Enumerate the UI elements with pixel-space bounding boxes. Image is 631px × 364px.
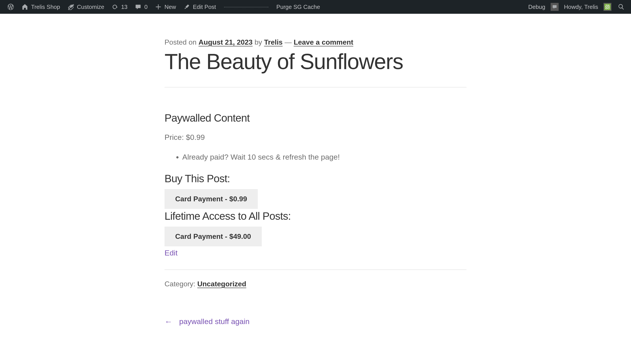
account-link[interactable]: Howdy, Trelis [560,0,615,14]
category-label: Category: [164,280,198,288]
search-underline[interactable] [224,6,268,7]
category-text: Category: Uncategorized [164,280,466,288]
edit-post-link[interactable]: Edit Post [180,0,220,14]
updates-icon [111,3,118,10]
title-divider [164,87,466,88]
already-paid-text: Already paid? Wait 10 secs & refresh the… [182,153,466,161]
admin-bar-left: Trelis Shop Customize 13 0 New [4,0,324,14]
notification-link[interactable] [549,0,560,14]
avatar [604,3,612,11]
purge-cache-label: Purge SG Cache [276,4,320,10]
wordpress-icon [7,3,14,10]
admin-bar: Trelis Shop Customize 13 0 New [0,0,631,14]
edit-icon [183,3,190,10]
lifetime-button[interactable]: Card Payment - $49.00 [164,226,262,246]
comments-icon [134,3,142,10]
search-button[interactable] [615,0,628,14]
debug-label: Debug [528,4,545,10]
new-link[interactable]: New [151,0,180,14]
paywall-heading: Paywalled Content [164,112,466,124]
price-text: Price: $0.99 [164,133,466,142]
info-list: Already paid? Wait 10 secs & refresh the… [182,153,466,161]
arrow-left-icon: ← [164,317,172,326]
buy-post-button[interactable]: Card Payment - $0.99 [164,189,258,209]
post-title: The Beauty of Sunflowers [164,50,466,74]
greeting-label: Howdy, Trelis [564,4,598,10]
edit-link[interactable]: Edit [164,248,178,257]
category-link[interactable]: Uncategorized [198,280,246,288]
lifetime-heading: Lifetime Access to All Posts: [164,210,466,222]
updates-link[interactable]: 13 [108,0,131,14]
previous-post-link[interactable]: paywalled stuff again [179,317,250,326]
customize-icon [67,3,74,10]
separator-text: — [283,38,294,46]
author-link[interactable]: Trelis [264,38,283,46]
content-wrapper: Posted on August 21, 2023 by Trelis — Le… [114,14,518,326]
category-section: Category: Uncategorized [164,270,466,288]
comments-count: 0 [144,4,148,10]
post-meta: Posted on August 21, 2023 by Trelis — Le… [164,38,466,46]
purge-cache-link[interactable]: Purge SG Cache [273,0,324,14]
posted-on-text: Posted on [164,38,198,46]
buy-post-heading: Buy This Post: [164,172,466,185]
post-date-link[interactable]: August 21, 2023 [198,38,253,46]
updates-count: 13 [121,4,128,10]
comments-link[interactable]: 0 [131,0,151,14]
site-name-link[interactable]: Trelis Shop [18,0,64,14]
admin-bar-right: Debug Howdy, Trelis [525,0,628,14]
nav-previous: ← paywalled stuff again [164,317,466,326]
debug-link[interactable]: Debug [525,0,549,14]
search-icon [618,3,625,10]
customize-label: Customize [77,4,104,10]
notification-icon [551,3,558,11]
leave-comment-link[interactable]: Leave a comment [294,38,354,46]
customize-link[interactable]: Customize [64,0,108,14]
edit-post-label: Edit Post [193,4,216,10]
plus-icon [155,3,162,10]
site-name-label: Trelis Shop [31,4,60,10]
new-label: New [164,4,176,10]
by-text: by [253,38,264,46]
home-icon [21,3,28,10]
wordpress-menu[interactable] [4,0,18,14]
